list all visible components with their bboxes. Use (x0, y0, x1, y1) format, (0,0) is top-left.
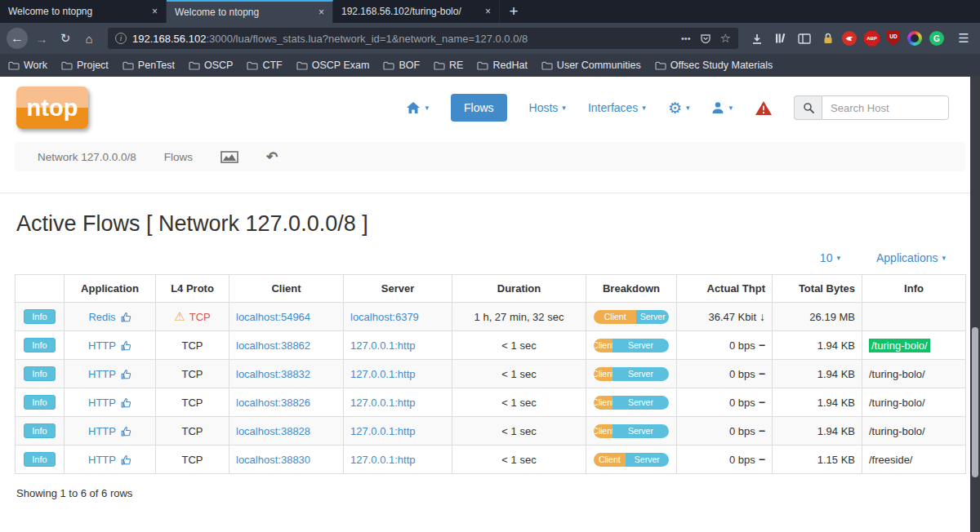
server-link[interactable]: 127.0.0.1:http (350, 397, 416, 409)
server-link[interactable]: 127.0.0.1:http (350, 454, 416, 466)
col-header-thpt[interactable]: Actual Thpt (677, 275, 773, 303)
home-button[interactable]: ⌂ (79, 29, 99, 48)
color-wheel-icon[interactable] (907, 31, 922, 46)
server-link[interactable]: 127.0.0.1:http (350, 368, 416, 380)
flow-info-button[interactable]: Info (24, 452, 55, 467)
bookmark-folder[interactable]: Offsec Study Materials (655, 60, 773, 71)
scrollbar-thumb[interactable] (972, 327, 978, 477)
col-header-server[interactable]: Server (344, 275, 452, 303)
reload-button[interactable]: ↻ (56, 29, 75, 48)
proxy-lock-icon[interactable] (822, 32, 835, 45)
breadcrumb-network[interactable]: Network 127.0.0.0/8 (38, 151, 136, 163)
server-link[interactable]: 127.0.0.1:http (350, 339, 416, 352)
client-link[interactable]: localhost:38862 (236, 339, 310, 352)
application-link[interactable]: HTTP (88, 397, 116, 409)
client-link[interactable]: localhost:38826 (236, 397, 310, 409)
grammarly-icon[interactable]: G (929, 31, 944, 46)
nav-hosts-dropdown[interactable]: Hosts ▾ (529, 101, 566, 114)
tab-close-icon[interactable]: × (152, 6, 158, 17)
bookmark-folder[interactable]: BOF (383, 60, 420, 71)
forward-button[interactable]: → (32, 29, 51, 48)
throughput-value: 0 bps (729, 368, 755, 380)
application-link[interactable]: HTTP (88, 425, 116, 437)
alerts-warning[interactable] (755, 100, 773, 116)
col-header-duration[interactable]: Duration (452, 275, 586, 303)
nav-settings-dropdown[interactable]: ⚙ ▾ (668, 99, 690, 117)
application-link[interactable]: HTTP (88, 454, 116, 466)
back-button[interactable]: ← (7, 28, 28, 49)
application-link[interactable]: HTTP (88, 339, 116, 352)
client-link[interactable]: localhost:38830 (236, 454, 310, 466)
bookmark-star-icon[interactable]: ☆ (720, 31, 731, 46)
applications-filter-dropdown[interactable]: Applications ▾ (876, 251, 946, 264)
bird-extension-icon[interactable] (842, 31, 857, 46)
site-info-icon[interactable]: i (115, 33, 127, 44)
chart-icon[interactable] (220, 151, 238, 163)
bookmark-folder[interactable]: RE (434, 60, 463, 71)
flow-info-button[interactable]: Info (24, 423, 55, 438)
application-link[interactable]: HTTP (88, 368, 116, 380)
bookmark-label: OSCP Exam (312, 60, 370, 71)
page-actions-icon[interactable]: ••• (681, 33, 691, 43)
col-header-l4proto[interactable]: L4 Proto (156, 275, 229, 303)
ud-shield-icon[interactable]: UD (887, 31, 900, 46)
client-link[interactable]: localhost:38832 (236, 368, 310, 380)
col-header-breakdown[interactable]: Breakdown (586, 275, 677, 303)
col-header-bytes[interactable]: Total Bytes (773, 275, 862, 303)
tab-close-icon[interactable]: × (485, 6, 491, 17)
bookmark-folder[interactable]: RedHat (477, 60, 527, 71)
search-addon[interactable] (794, 95, 822, 120)
url-bar[interactable]: i 192.168.56.102:3000/lua/flows_stats.lu… (108, 28, 738, 49)
bookmark-folder[interactable]: Project (61, 60, 109, 71)
bookmark-folder[interactable]: Work (8, 60, 47, 71)
total-bytes-value: 1.15 KB (773, 446, 862, 474)
new-tab-button[interactable]: + (500, 0, 528, 23)
trend-icon: − (759, 396, 765, 409)
folder-icon (655, 61, 666, 70)
duration-value: < 1 sec (452, 446, 586, 474)
flow-info-button[interactable]: Info (24, 338, 55, 352)
throughput-value: 0 bps (729, 339, 755, 352)
bookmark-folder[interactable]: CTF (247, 60, 282, 71)
browser-tab-3[interactable]: 192.168.56.102/turing-bolo/ × (333, 0, 500, 23)
bookmark-folder[interactable]: User Communities (541, 60, 641, 71)
server-link[interactable]: localhost:6379 (350, 311, 419, 323)
page-size-dropdown[interactable]: 10 ▾ (820, 251, 840, 264)
nav-flows-active[interactable]: Flows (451, 94, 507, 122)
flow-info-button[interactable]: Info (24, 366, 55, 381)
client-link[interactable]: localhost:38828 (236, 425, 310, 437)
thumbs-up-icon (121, 312, 131, 322)
trend-icon: ↓ (760, 310, 765, 323)
adblock-plus-icon[interactable]: ABP (864, 31, 880, 47)
flow-row: Info HTTP TCP localhost:38830 127.0.0.1:… (16, 446, 966, 474)
application-link[interactable]: Redis (88, 311, 115, 323)
nav-user-dropdown[interactable]: ▾ (711, 101, 733, 114)
menu-hamburger-icon[interactable]: ☰ (954, 29, 973, 48)
bookmark-folder[interactable]: PenTest (122, 60, 175, 71)
tab-close-icon[interactable]: × (318, 7, 324, 18)
flow-info-button[interactable]: Info (24, 395, 55, 410)
breakdown-client-segment: Client (594, 310, 636, 324)
url-text[interactable]: 192.168.56.102:3000/lua/flows_stats.lua?… (132, 33, 675, 45)
downloads-icon[interactable] (747, 29, 767, 48)
bookmark-folder[interactable]: OSCP Exam (296, 60, 370, 71)
ntop-logo[interactable]: ntop (16, 86, 88, 129)
browser-tab-2-active[interactable]: Welcome to ntopng × (167, 0, 333, 23)
pocket-icon[interactable] (700, 33, 711, 44)
browser-tab-bar: Welcome to ntopng × Welcome to ntopng × … (0, 0, 980, 23)
server-link[interactable]: 127.0.0.1:http (350, 425, 416, 437)
bookmark-folder[interactable]: OSCP (189, 60, 233, 71)
flow-info-button[interactable]: Info (24, 309, 55, 324)
nav-interfaces-dropdown[interactable]: Interfaces ▾ (588, 101, 646, 114)
page-scrollbar[interactable] (970, 77, 980, 532)
col-header-application[interactable]: Application (65, 275, 156, 303)
client-link[interactable]: localhost:54964 (236, 311, 310, 323)
nav-home-dropdown[interactable]: ▾ (406, 101, 429, 114)
browser-tab-1[interactable]: Welcome to ntopng × (0, 0, 167, 23)
col-header-info[interactable]: Info (862, 275, 966, 303)
col-header-client[interactable]: Client (229, 275, 344, 303)
search-input[interactable] (822, 95, 949, 120)
sidebar-toggle-icon[interactable] (795, 29, 814, 48)
back-arrow-icon[interactable]: ↶ (266, 149, 278, 166)
library-icon[interactable] (771, 29, 791, 48)
